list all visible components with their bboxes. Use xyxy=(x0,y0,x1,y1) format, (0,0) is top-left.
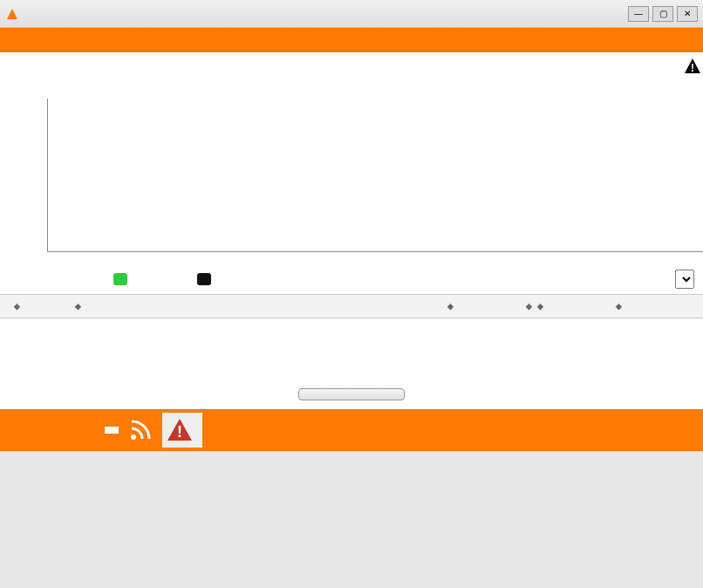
peak-throughput xyxy=(378,61,381,81)
close-button[interactable]: ✕ xyxy=(677,6,698,22)
table-header: ◆ ◆ ◆ ◆ ◆ ◆ xyxy=(0,294,703,318)
stop-dispatch-button[interactable] xyxy=(298,388,405,400)
graph-length-select[interactable] xyxy=(675,270,694,289)
throughput-panel: ! xyxy=(0,52,703,90)
sort-icon[interactable]: ◆ xyxy=(14,302,20,311)
app-icon xyxy=(5,7,19,21)
sort-icon[interactable]: ◆ xyxy=(537,302,543,311)
blog-panel[interactable] xyxy=(105,427,119,434)
footer: ! xyxy=(0,409,703,451)
sort-icon[interactable]: ◆ xyxy=(526,302,532,311)
menubar xyxy=(0,28,703,52)
legend-row xyxy=(0,264,703,294)
titlebar: — ▢ ✕ xyxy=(0,0,703,28)
sort-icon[interactable]: ◆ xyxy=(447,302,454,311)
update-alert-panel[interactable]: ! xyxy=(162,413,202,448)
rss-icon[interactable] xyxy=(124,414,157,447)
minimize-button[interactable]: — xyxy=(628,6,649,22)
bandwidth-chart xyxy=(0,90,703,264)
svg-text:!: ! xyxy=(177,423,182,441)
svg-marker-0 xyxy=(7,9,17,19)
sort-icon[interactable]: ◆ xyxy=(616,302,622,311)
svg-rect-3 xyxy=(126,416,154,444)
alert-icon[interactable]: ! xyxy=(684,58,701,75)
maximize-button[interactable]: ▢ xyxy=(652,6,673,22)
current-throughput xyxy=(322,61,325,81)
warning-icon: ! xyxy=(166,416,194,444)
sort-icon[interactable]: ◆ xyxy=(75,302,81,311)
legend-swatch-highest xyxy=(113,273,127,285)
svg-text:!: ! xyxy=(691,62,694,74)
legend-swatch-combined xyxy=(197,273,211,285)
svg-point-4 xyxy=(131,434,136,440)
